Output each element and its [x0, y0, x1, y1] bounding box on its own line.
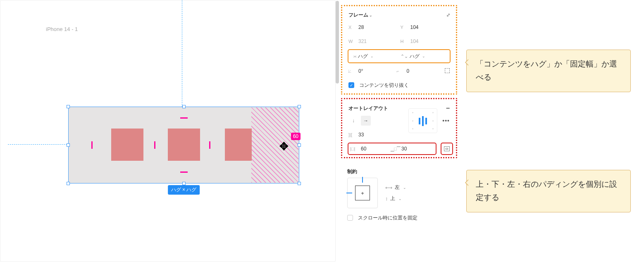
artboard-title: iPhone 14 - 1 [46, 26, 78, 32]
independent-padding-icon [444, 146, 450, 151]
annotation-callout-resize: 「コンテンツをハグ」か「固定幅」か選べる [466, 50, 631, 92]
fix-on-scroll-label: スクロール時に位置を固定 [358, 214, 417, 222]
x-label: X [348, 25, 355, 30]
padding-measure-badge: 60 [291, 133, 301, 140]
panel-scrollbar[interactable] [336, 1, 339, 83]
vertical-resize-dropdown[interactable]: ⌃⌄ハグ⌄ [401, 53, 445, 60]
rotation-input[interactable] [358, 68, 377, 74]
frame-section-title[interactable]: フレーム⌄ [348, 12, 372, 19]
annotation-callout-padding: 上・下・左・右のパディングを個別に設定する [466, 170, 631, 212]
remove-autolayout-button[interactable]: − [446, 105, 450, 112]
resize-handle[interactable] [182, 105, 186, 108]
chevron-down-icon: ⌄ [403, 186, 406, 190]
direction-horizontal-button[interactable]: → [361, 116, 371, 126]
padding-highlight [251, 107, 298, 183]
x-input[interactable] [358, 24, 377, 31]
hug-vertical-icon: ⌃⌄ [401, 54, 408, 59]
resize-handle[interactable] [298, 105, 301, 108]
selection-size-badge: ハグ × ハグ [168, 185, 200, 195]
chevron-down-icon: ⌄ [370, 54, 374, 58]
constraints-section: 制約 ⟷左⌄ ↕上⌄ スクロール時に位置を固定 [342, 162, 456, 228]
spacing-input[interactable] [358, 131, 377, 138]
alignment-guide-horizontal [8, 144, 69, 145]
height-input[interactable] [410, 38, 429, 45]
spacing-handle[interactable] [209, 141, 210, 149]
chevron-down-icon: ⌄ [422, 54, 425, 58]
rotation-icon: ⟀ [348, 69, 355, 74]
resize-handle[interactable] [67, 105, 70, 108]
direction-vertical-button[interactable]: ↓ [348, 116, 358, 126]
move-cursor-icon: ✥ [279, 140, 289, 153]
chevron-down-icon: ⌄ [369, 13, 372, 17]
padding-handle-top[interactable] [180, 117, 188, 119]
clip-content-checkbox[interactable]: ✓ [348, 82, 354, 88]
resize-handle[interactable] [298, 182, 301, 185]
resize-mode-row: ›‹ハグ⌄ ⌃⌄ハグ⌄ [348, 49, 451, 63]
selected-frame[interactable]: 60 ✥ ハグ × ハグ [68, 107, 299, 183]
padding-vertical-icon: ▁□▔ [391, 146, 397, 152]
arrow-horizontal-icon: ⟷ [385, 185, 392, 191]
frame-section-highlight: フレーム⌄ ⤢ X Y W H ›‹ハグ⌄ ⌃⌄ハグ⌄ ⟀ ⌐ ✓ コンテンツを… [341, 5, 457, 95]
independent-corners-icon[interactable] [445, 68, 450, 74]
padding-handle-bottom[interactable] [180, 171, 188, 173]
resize-handle[interactable] [182, 182, 186, 185]
child-rect[interactable] [111, 129, 143, 161]
canvas-area[interactable]: iPhone 14 - 1 60 ✥ ハグ × ハグ [0, 0, 336, 262]
corner-radius-input[interactable] [406, 68, 426, 74]
constraints-title: 制約 [347, 165, 451, 178]
spacing-handle[interactable] [154, 141, 155, 149]
padding-handle-left[interactable] [91, 141, 93, 149]
horizontal-resize-dropdown[interactable]: ›‹ハグ⌄ [353, 53, 398, 60]
autolayout-more-icon[interactable]: ••• [442, 117, 450, 124]
resize-handle[interactable] [298, 143, 301, 147]
autolayout-section-highlight: オートレイアウト − ↓ → ••• ]|[ |□| [341, 98, 457, 158]
clip-content-label: コンテンツを切り抜く [359, 82, 409, 89]
padding-horizontal-input[interactable] [360, 145, 380, 152]
independent-padding-button[interactable] [441, 143, 453, 155]
y-label: Y [401, 25, 407, 30]
spacing-icon: ]|[ [348, 132, 355, 137]
h-label: H [401, 39, 407, 44]
w-label: W [348, 39, 355, 44]
y-input[interactable] [410, 24, 429, 31]
alignment-grid[interactable] [408, 108, 437, 133]
resize-to-fit-icon[interactable]: ⤢ [446, 12, 450, 18]
width-input[interactable] [358, 38, 377, 45]
arrow-vertical-icon: ↕ [385, 196, 388, 202]
padding-vertical-input[interactable] [401, 145, 420, 152]
constraint-vertical-dropdown[interactable]: ↕上⌄ [385, 195, 406, 202]
corner-radius-icon: ⌐ [397, 69, 403, 74]
hug-horizontal-icon: ›‹ [353, 54, 356, 59]
constraints-widget[interactable] [347, 178, 378, 208]
constraint-horizontal-dropdown[interactable]: ⟷左⌄ [385, 184, 406, 191]
child-rect[interactable] [168, 129, 200, 161]
resize-handle[interactable] [67, 182, 70, 185]
padding-horizontal-icon: |□| [350, 146, 357, 151]
properties-panel: フレーム⌄ ⤢ X Y W H ›‹ハグ⌄ ⌃⌄ハグ⌄ ⟀ ⌐ ✓ コンテンツを… [342, 5, 456, 228]
autolayout-section-title: オートレイアウト [348, 105, 388, 112]
fix-on-scroll-checkbox[interactable] [347, 215, 353, 221]
resize-handle[interactable] [67, 143, 70, 147]
child-rect[interactable] [225, 129, 252, 161]
chevron-down-icon: ⌄ [398, 197, 402, 201]
padding-row: |□| ▁□▔ [348, 143, 436, 155]
